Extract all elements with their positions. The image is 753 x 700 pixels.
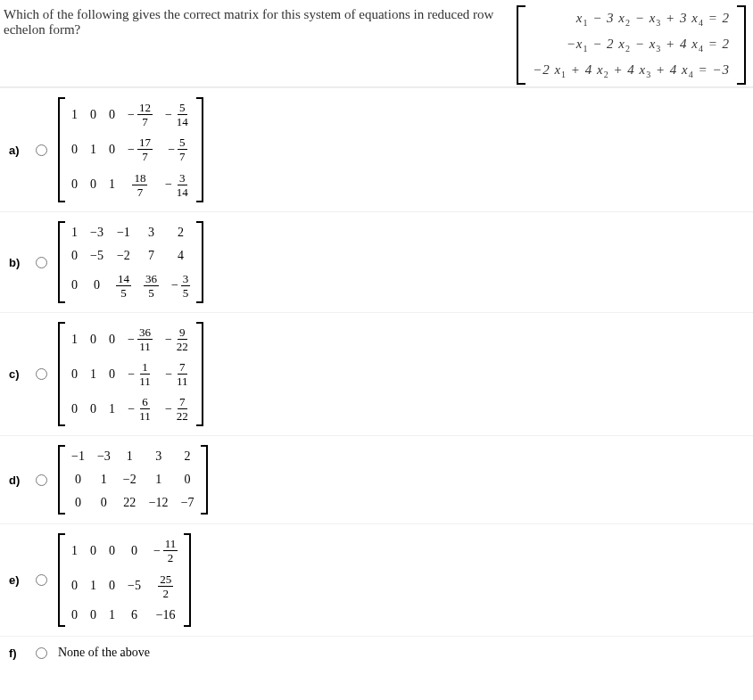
option-label: d) (9, 474, 25, 487)
option-label: b) (9, 256, 25, 269)
question-text: Which of the following gives the correct… (4, 5, 506, 37)
option-d: d) −1−313201−2100022−12−7 (0, 435, 753, 523)
matrix-e: 1000−112010−52520016−16 (58, 533, 191, 627)
option-c-radio[interactable] (36, 368, 47, 380)
option-a: a) 100−127−514010−177−57001187−314 (0, 87, 753, 211)
option-e: e) 1000−112010−52520016−16 (0, 523, 753, 636)
option-b-radio[interactable] (36, 257, 47, 268)
option-c: c) 100−3611−922010−111−711001−611−722 (0, 312, 753, 435)
option-d-radio[interactable] (36, 474, 47, 486)
option-e-radio[interactable] (36, 574, 47, 586)
option-f: f) None of the above (0, 636, 753, 669)
equation-system: x1 − 3 x2 − x3 + 3 x4 = 2 −x1 − 2 x2 − x… (517, 5, 746, 85)
matrix-a: 100−127−514010−177−57001187−314 (58, 97, 203, 202)
option-label: c) (9, 367, 25, 381)
matrix-c: 100−3611−922010−111−711001−611−722 (58, 322, 203, 426)
option-b: b) 1−3−1320−5−27400145365−35 (0, 211, 753, 312)
option-label: f) (9, 646, 25, 660)
option-label: a) (9, 144, 25, 157)
matrix-b: 1−3−1320−5−27400145365−35 (58, 221, 203, 303)
options-list: a) 100−127−514010−177−57001187−314 b) 1−… (0, 87, 753, 669)
option-f-text: None of the above (58, 646, 150, 660)
option-f-radio[interactable] (36, 647, 47, 659)
option-a-radio[interactable] (36, 144, 47, 156)
option-label: e) (9, 573, 25, 587)
matrix-d: −1−313201−2100022−12−7 (58, 445, 208, 515)
